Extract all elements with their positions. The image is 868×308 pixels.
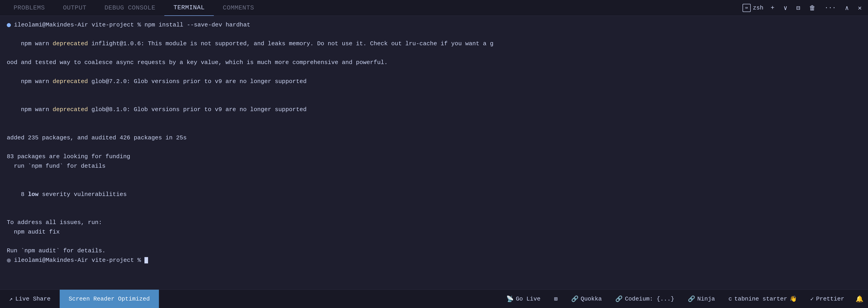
codeium-button[interactable]: 🔗 Codeium: {...} bbox=[609, 290, 681, 308]
prompt-dot-gray bbox=[7, 258, 11, 262]
cursor bbox=[145, 257, 148, 263]
shell-name: zsh bbox=[753, 4, 764, 11]
go-live-button[interactable]: 📡 Go Live bbox=[500, 290, 547, 308]
terminal-line-funding-1: 83 packages are looking for funding bbox=[7, 152, 861, 162]
more-options-icon[interactable]: ··· bbox=[823, 3, 838, 12]
live-share-label: Live Share bbox=[16, 296, 51, 302]
terminal-content: ileolami@Makindes-Air vite-project % npm… bbox=[0, 16, 868, 289]
tab-terminal[interactable]: TERMINAL bbox=[164, 0, 214, 16]
terminal-line-run-audit: Run `npm audit` for details. bbox=[7, 246, 861, 256]
chevron-up-icon[interactable]: ∧ bbox=[843, 3, 850, 13]
chevron-down-icon[interactable]: ∨ bbox=[782, 3, 789, 13]
terminal-line-prompt-1: ileolami@Makindes-Air vite-project % npm… bbox=[7, 20, 861, 30]
terminal-line-cont-1: ood and tested way to coalesce async req… bbox=[7, 58, 861, 67]
ninja-icon: 🔗 bbox=[688, 295, 695, 303]
terminal-line-added: added 235 packages, and audited 426 pack… bbox=[7, 133, 861, 143]
terminal-line-text: ileolami@Makindes-Air vite-project % npm… bbox=[14, 20, 250, 30]
terminal-line-address-1: To address all issues, run: bbox=[7, 218, 861, 227]
terminal-final-prompt: ileolami@Makindes-Air vite-project % bbox=[14, 256, 148, 265]
go-live-label: Go Live bbox=[516, 296, 540, 302]
ninja-button[interactable]: 🔗 Ninja bbox=[681, 290, 722, 308]
antenna-icon: 📡 bbox=[506, 295, 514, 303]
bell-button[interactable]: 🔔 bbox=[851, 290, 868, 308]
terminal-icon: ⌨ bbox=[743, 4, 751, 12]
terminal-blank-1 bbox=[7, 124, 861, 134]
grid-icon-button[interactable]: ⊞ bbox=[547, 290, 564, 308]
tab-bar: PROBLEMS OUTPUT DEBUG CONSOLE TERMINAL C… bbox=[0, 0, 868, 16]
terminal-line-prompt-2: ileolami@Makindes-Air vite-project % bbox=[7, 256, 861, 265]
quokka-button[interactable]: 🔗 Quokka bbox=[564, 290, 609, 308]
status-bar-right: 📡 Go Live ⊞ 🔗 Quokka 🔗 Codeium: {...} 🔗 … bbox=[500, 290, 868, 308]
tab-problems[interactable]: PROBLEMS bbox=[4, 0, 54, 16]
tab-comments[interactable]: COMMENTS bbox=[214, 0, 263, 16]
quokka-label: Quokka bbox=[581, 296, 602, 302]
quokka-icon: 🔗 bbox=[571, 295, 579, 303]
tabnine-button[interactable]: c tabnine starter 👋 bbox=[722, 290, 804, 308]
bell-icon: 🔔 bbox=[856, 295, 864, 303]
terminal-line-vuln: 8 low severity vulnerabilities bbox=[7, 180, 861, 209]
terminal-blank-2 bbox=[7, 143, 861, 152]
terminal-line-warn-2: npm warn deprecated glob@7.2.0: Glob ver… bbox=[7, 67, 861, 96]
add-terminal-button[interactable]: + bbox=[769, 3, 776, 12]
prettier-check-icon: ✓ bbox=[810, 295, 814, 303]
trash-icon[interactable]: 🗑 bbox=[807, 3, 817, 13]
terminal-line-address-2: npm audit fix bbox=[7, 227, 861, 237]
codeium-label: Codeium: {...} bbox=[625, 296, 674, 302]
live-share-button[interactable]: ↗ Live Share bbox=[0, 290, 60, 308]
tab-bar-controls: ⌨ zsh + ∨ ⊟ 🗑 ··· ∧ ✕ bbox=[743, 3, 864, 13]
terminal-line-warn-3: npm warn deprecated glob@8.1.0: Glob ver… bbox=[7, 96, 861, 124]
prompt-dot-blue bbox=[7, 23, 11, 27]
terminal-line-funding-2: run `npm fund` for details bbox=[7, 162, 861, 171]
ninja-label: Ninja bbox=[698, 296, 715, 302]
prettier-button[interactable]: ✓ Prettier bbox=[804, 290, 851, 308]
codeium-icon: 🔗 bbox=[615, 295, 622, 303]
screen-reader-button[interactable]: Screen Reader Optimized bbox=[60, 290, 159, 308]
close-icon[interactable]: ✕ bbox=[856, 3, 864, 13]
status-bar: ↗ Live Share Screen Reader Optimized 📡 G… bbox=[0, 289, 868, 308]
terminal-blank-4 bbox=[7, 209, 861, 218]
tabnine-emoji: 👋 bbox=[789, 295, 797, 303]
grid-icon: ⊞ bbox=[554, 295, 558, 303]
prettier-label: Prettier bbox=[816, 296, 844, 302]
terminal-blank-3 bbox=[7, 171, 861, 180]
screen-reader-label: Screen Reader Optimized bbox=[69, 296, 150, 302]
tabnine-label: tabnine starter bbox=[734, 296, 787, 302]
tab-debug-console[interactable]: DEBUG CONSOLE bbox=[95, 0, 164, 16]
live-share-icon: ↗ bbox=[9, 295, 13, 303]
terminal-line-warn-1: npm warn deprecated inflight@1.0.6: This… bbox=[7, 30, 861, 58]
terminal-blank-5 bbox=[7, 237, 861, 247]
split-terminal-button[interactable]: ⊟ bbox=[795, 3, 802, 13]
shell-label: ⌨ zsh bbox=[743, 4, 764, 12]
tab-output[interactable]: OUTPUT bbox=[54, 0, 95, 16]
tabnine-icon: c bbox=[728, 296, 732, 302]
